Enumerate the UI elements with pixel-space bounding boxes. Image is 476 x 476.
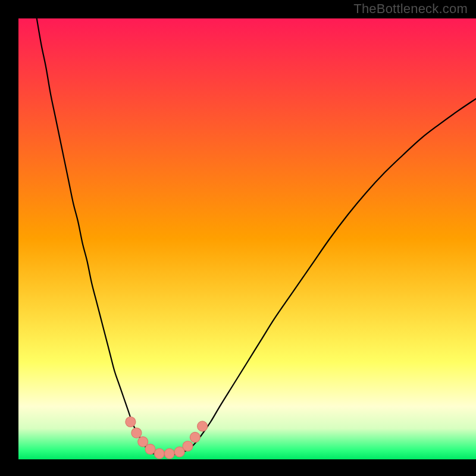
valley-marker xyxy=(126,417,136,427)
valley-marker xyxy=(190,432,200,442)
watermark-text: TheBottleneck.com xyxy=(353,1,468,17)
bottleneck-curve-plot xyxy=(0,0,476,476)
valley-marker xyxy=(138,437,148,447)
valley-marker xyxy=(145,444,155,454)
valley-marker xyxy=(164,449,174,459)
valley-marker xyxy=(131,428,142,438)
chart-frame: TheBottleneck.com xyxy=(0,0,476,476)
valley-marker xyxy=(154,449,164,459)
valley-marker xyxy=(183,441,193,451)
gradient-background xyxy=(18,18,476,459)
valley-marker xyxy=(198,421,208,431)
